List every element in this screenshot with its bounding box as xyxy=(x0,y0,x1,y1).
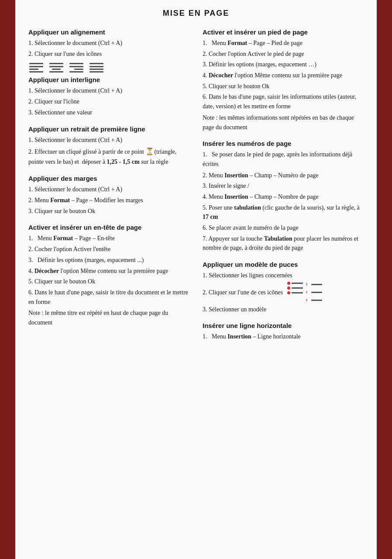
section-title-retrait: Appliquer un retrait de première ligne xyxy=(28,125,189,133)
section-title-entete: Activer et insérer un en-tête de page xyxy=(28,224,189,231)
section-content-entete: 1. Menu Format – Page – En-tête 2. Coche… xyxy=(28,234,189,327)
section-title-puces: Appliquer un modèle de puces xyxy=(203,261,364,268)
section-content-interligne: 1. Sélectionner le document (Ctrl + A) 2… xyxy=(28,86,189,117)
bullet-line xyxy=(292,287,303,289)
page-title: MISE EN PAGE xyxy=(28,9,364,18)
section-content-ligne-horiz: 1. Menu Insertion – Ligne horizontale xyxy=(203,332,364,342)
section-title-pied-page: Activer et insérer un pied de page xyxy=(203,28,364,36)
section-ligne-horiz: Insérer une ligne horizontale 1. Menu In… xyxy=(203,322,364,342)
bullet-line xyxy=(292,283,303,284)
section-marges: Appliquer des marges 1. Sélectionner le … xyxy=(28,175,189,216)
hourglass-icon: ⏳ xyxy=(145,148,154,155)
bullet-dot xyxy=(287,286,290,290)
left-column: Appliquer un alignement 1. Sélectionner … xyxy=(28,28,189,343)
section-content-numeros: 1. Se poser dans le pied de page, après … xyxy=(203,150,364,253)
section-title-alignement: Appliquer un alignement xyxy=(28,28,189,36)
section-pied-page: Activer et insérer un pied de page 1. Me… xyxy=(203,28,364,132)
section-retrait: Appliquer un retrait de première ligne 1… xyxy=(28,125,189,167)
numbered-list-icon: I I I xyxy=(306,282,322,304)
section-puces: Appliquer un modèle de puces 1. Sélectio… xyxy=(203,261,364,314)
section-numeros: Insérer les numéros de page 1. Se poser … xyxy=(203,140,364,253)
justify-align-icon xyxy=(89,62,104,73)
bullet-list-icon xyxy=(287,282,303,304)
section-alignement: Appliquer un alignement 1. Sélectionner … xyxy=(28,28,189,73)
bullet-line xyxy=(292,292,303,293)
section-content-marges: 1. Sélectionner le document (Ctrl + A) 2… xyxy=(28,185,189,216)
right-align-icon xyxy=(69,62,84,73)
section-title-interligne: Appliquer un interligne xyxy=(28,76,189,83)
section-content-pied-page: 1. Menu Format – Page – Pied de page 2. … xyxy=(203,38,364,132)
bullet-dot xyxy=(287,291,290,294)
alignment-icons-row xyxy=(28,62,189,73)
section-entete: Activer et insérer un en-tête de page 1.… xyxy=(28,224,189,327)
section-title-marges: Appliquer des marges xyxy=(28,175,189,182)
section-content-alignement: 1. Sélectionner le document (Ctrl + A) 2… xyxy=(28,38,189,59)
section-content-puces: 1. Sélectionner les lignes concernées 2.… xyxy=(203,271,364,314)
bullet-icons-row: I I I xyxy=(287,282,322,304)
right-column: Activer et insérer un pied de page 1. Me… xyxy=(203,28,364,343)
center-align-icon xyxy=(48,62,64,73)
section-content-retrait: 1. Sélectionner le document (Ctrl + A) 2… xyxy=(28,135,189,167)
section-title-ligne-horiz: Insérer une ligne horizontale xyxy=(203,322,364,329)
section-title-numeros: Insérer les numéros de page xyxy=(203,140,364,147)
section-interligne: Appliquer un interligne 1. Sélectionner … xyxy=(28,76,189,117)
left-align-icon xyxy=(28,62,44,73)
interligne-icon xyxy=(83,97,96,107)
bullet-dot xyxy=(287,282,290,285)
